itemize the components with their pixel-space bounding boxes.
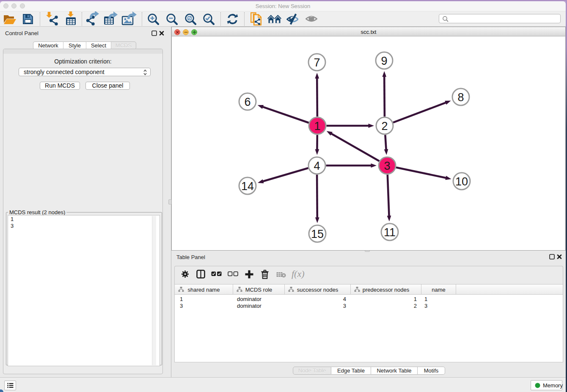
svg-text:15: 15	[311, 228, 324, 240]
svg-text:7: 7	[314, 56, 320, 69]
svg-text:2: 2	[381, 120, 388, 133]
svg-text:8: 8	[457, 91, 464, 104]
svg-text:14: 14	[241, 180, 254, 193]
svg-text:3: 3	[384, 160, 390, 172]
svg-text:11: 11	[384, 226, 396, 239]
svg-text:6: 6	[244, 96, 250, 108]
svg-text:1: 1	[314, 120, 320, 133]
svg-text:9: 9	[381, 55, 387, 67]
svg-text:10: 10	[455, 175, 468, 188]
svg-text:4: 4	[314, 160, 320, 172]
